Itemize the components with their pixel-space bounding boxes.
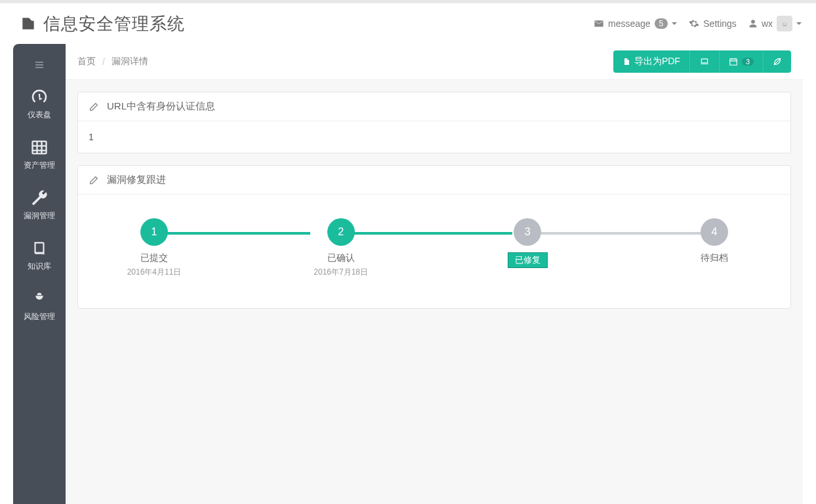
main-content: 首页 / 漏洞详情 导出为PDF: [66, 44, 803, 504]
step-fixed[interactable]: 3 已修复: [488, 218, 567, 268]
panel-title: URL中含有身份认证信息: [107, 100, 215, 113]
step-label: 已提交: [140, 252, 168, 264]
breadcrumb-current: 漏洞详情: [112, 56, 148, 68]
step-date: 2016年7月18日: [314, 267, 368, 278]
sidebar: 仪表盘 资产管理 漏洞管理 知识库 风险管理: [13, 44, 66, 504]
breadcrumb: 首页 / 漏洞详情: [77, 56, 148, 68]
step-submitted[interactable]: 1 已提交 2016年4月11日: [115, 218, 194, 278]
wrench-icon: [30, 188, 49, 208]
step-number: 1: [140, 218, 168, 246]
user-menu[interactable]: wx ☺: [748, 16, 802, 31]
panel-head: 漏洞修复跟进: [78, 166, 790, 195]
panel-body-text: 1: [89, 132, 94, 142]
export-pdf-label: 导出为PDF: [634, 56, 680, 68]
panel-progress: 漏洞修复跟进 1 已提交 2016年4月11日 2 已确认: [77, 165, 791, 309]
step-archive[interactable]: 4 待归档: [675, 218, 754, 264]
calendar-badge: 3: [742, 58, 754, 66]
panel-vuln-info: URL中含有身份认证信息 1: [77, 92, 791, 153]
messages-label: messeage: [608, 18, 651, 29]
step-number: 4: [701, 218, 728, 246]
brand: 信息安全管理系统: [20, 12, 185, 35]
panel-body: 1 已提交 2016年4月11日 2 已确认 2016年7月18日 3 已修复: [78, 195, 790, 308]
calendar-icon: [729, 57, 738, 66]
svg-rect-1: [701, 59, 707, 63]
book-icon: [30, 239, 49, 258]
step-number: 2: [327, 218, 355, 246]
svg-rect-2: [730, 59, 737, 65]
messages-count-badge: 5: [655, 18, 668, 29]
step-confirmed[interactable]: 2 已确认 2016年7月18日: [302, 218, 380, 278]
dashboard-icon: [30, 87, 49, 107]
step-date: 2016年4月11日: [127, 267, 182, 278]
leaf-button[interactable]: [764, 50, 791, 73]
crumb-bar: 首页 / 漏洞详情 导出为PDF: [66, 44, 803, 80]
app-header: 信息安全管理系统 messeage 5 Settings wx ☺: [0, 3, 816, 44]
laptop-icon: [699, 57, 710, 66]
brand-icon: [20, 15, 37, 32]
breadcrumb-sep: /: [102, 56, 105, 67]
brand-title: 信息安全管理系统: [43, 12, 185, 35]
breadcrumb-home[interactable]: 首页: [77, 56, 96, 68]
app-body: 仪表盘 资产管理 漏洞管理 知识库 风险管理: [13, 44, 803, 504]
export-pdf-button[interactable]: 导出为PDF: [613, 50, 690, 73]
edit-icon: [89, 102, 99, 112]
chevron-down-icon: [672, 22, 677, 25]
messages-menu[interactable]: messeage 5: [594, 18, 677, 29]
envelope-icon: [594, 18, 604, 29]
chevron-down-icon: [796, 22, 802, 25]
sidebar-item-dashboard[interactable]: 仪表盘: [13, 83, 66, 125]
avatar: ☺: [777, 16, 792, 31]
bug-icon: [30, 289, 49, 309]
user-icon: [748, 19, 758, 28]
panel-title: 漏洞修复跟进: [107, 174, 166, 186]
header-right: messeage 5 Settings wx ☺: [594, 16, 802, 31]
sidebar-item-label: 资产管理: [24, 160, 55, 171]
leaf-icon: [773, 57, 782, 66]
edit-icon: [89, 175, 99, 185]
settings-link[interactable]: Settings: [689, 18, 737, 29]
settings-label: Settings: [703, 18, 737, 29]
panel-body: 1: [78, 121, 790, 153]
panel-head: URL中含有身份认证信息: [78, 92, 790, 121]
step-badge: 已修复: [508, 252, 548, 268]
svg-rect-0: [33, 142, 47, 154]
step-label: 待归档: [701, 252, 728, 264]
sidebar-item-assets[interactable]: 资产管理: [13, 134, 66, 175]
sidebar-item-label: 漏洞管理: [24, 210, 55, 222]
steps-container: 1 已提交 2016年4月11日 2 已确认 2016年7月18日 3 已修复: [89, 205, 780, 298]
user-name: wx: [762, 18, 773, 29]
sidebar-item-label: 风险管理: [24, 311, 55, 322]
gear-icon: [689, 18, 699, 29]
laptop-button[interactable]: [690, 50, 720, 73]
sidebar-item-risk[interactable]: 风险管理: [13, 285, 66, 326]
sidebar-item-vuln[interactable]: 漏洞管理: [13, 184, 66, 225]
step-number: 3: [514, 218, 541, 246]
calendar-button[interactable]: 3: [720, 50, 764, 73]
file-icon: [622, 57, 630, 66]
action-bar: 导出为PDF 3: [613, 50, 791, 73]
menu-toggle-button[interactable]: [29, 56, 50, 74]
grid-icon: [30, 138, 49, 157]
sidebar-item-label: 知识库: [28, 261, 51, 272]
sidebar-item-label: 仪表盘: [28, 109, 51, 121]
sidebar-item-kb[interactable]: 知识库: [13, 235, 66, 276]
step-label: 已确认: [327, 252, 355, 264]
